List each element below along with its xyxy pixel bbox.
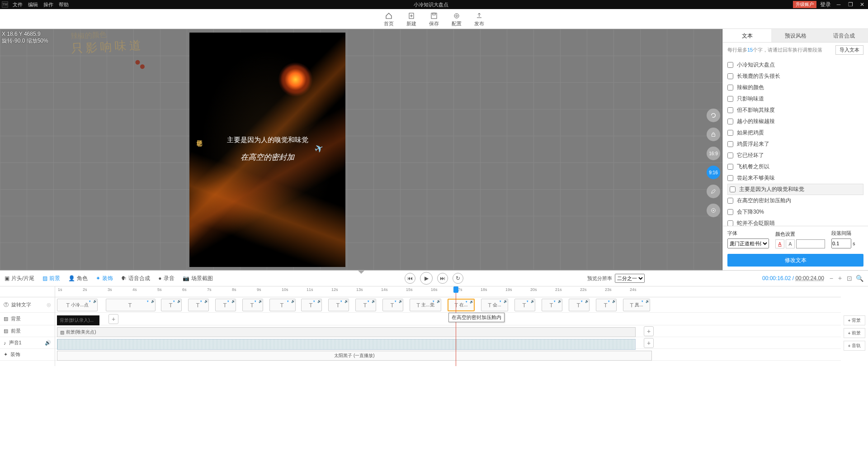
home-button[interactable]: 首页: [384, 12, 394, 27]
add-fg-track-button[interactable]: + 前景: [844, 328, 865, 338]
decor-clip[interactable]: 太阳黑子 (一直播放): [57, 351, 652, 361]
tab-text[interactable]: 文本: [723, 29, 771, 42]
prev-button[interactable]: ⏮: [405, 273, 415, 284]
text-list-item[interactable]: 只影响味道: [727, 93, 863, 105]
text-clip[interactable]: T▾🔊: [301, 299, 322, 311]
zoom-out-button[interactable]: −: [830, 275, 833, 282]
mute-toggle[interactable]: 🔊: [45, 340, 51, 346]
tab-tts[interactable]: 🗣 语音合成: [121, 275, 150, 282]
upgrade-button[interactable]: 升级账户: [793, 1, 816, 8]
modify-text-button[interactable]: 修改文本: [727, 254, 863, 267]
add-bg-track-button[interactable]: + 背景: [844, 315, 865, 325]
text-list-item[interactable]: 尝起来不够美味: [727, 172, 863, 184]
text-list-item[interactable]: 如果把鸡蛋: [727, 127, 863, 138]
menu-file[interactable]: 文件: [13, 1, 23, 8]
outline-color-button[interactable]: A: [786, 239, 795, 248]
publish-button[interactable]: 发布: [474, 12, 484, 27]
next-button[interactable]: ⏭: [437, 273, 448, 284]
text-clip[interactable]: T会...▾🔊: [481, 299, 508, 311]
time-total[interactable]: 00:00:24.00: [795, 275, 824, 281]
text-clip[interactable]: T▾🔊: [382, 299, 403, 311]
text-clip[interactable]: T▾🔊: [106, 299, 156, 311]
audio-track[interactable]: +: [55, 337, 841, 349]
text-clip[interactable]: T主...觉▾🔊: [410, 299, 441, 311]
text-list-item[interactable]: 鸡蛋浮起来了: [727, 138, 863, 150]
text-clip[interactable]: T在...▾🔊: [448, 299, 475, 311]
tab-head-tail[interactable]: ▣ 片头/片尾: [5, 275, 34, 282]
add-audio-track-button[interactable]: + 音轨: [844, 341, 865, 351]
item-checkbox[interactable]: [727, 175, 733, 181]
text-list-item[interactable]: 在高空的密封加压舱内: [727, 195, 863, 206]
item-checkbox[interactable]: [727, 141, 733, 147]
minimize-button[interactable]: ─: [835, 1, 843, 8]
resolution-select[interactable]: 二分之一: [615, 274, 645, 283]
text-clip[interactable]: T▾🔊: [542, 299, 562, 311]
login-button[interactable]: 登录: [820, 1, 831, 9]
text-color-button[interactable]: A: [775, 239, 784, 248]
text-list-item[interactable]: 它已经坏了: [727, 150, 863, 161]
tab-role[interactable]: 👤 角色: [68, 275, 88, 282]
text-clip[interactable]: T▾🔊: [242, 299, 263, 311]
tab-foreground[interactable]: ▨ 前景: [42, 275, 60, 282]
text-clip[interactable]: T小冷...点▾🔊: [57, 299, 98, 311]
bg-track[interactable]: 背景(默认录入)... +: [55, 313, 841, 325]
item-checkbox[interactable]: [727, 119, 733, 124]
item-checkbox[interactable]: [727, 96, 733, 102]
text-clip[interactable]: T▾🔊: [569, 299, 590, 311]
menu-edit[interactable]: 编辑: [28, 1, 38, 8]
item-checkbox[interactable]: [730, 186, 736, 192]
save-button[interactable]: 保存: [429, 12, 439, 27]
ratio-9-16-button[interactable]: 9:16: [707, 166, 720, 179]
text-list-item[interactable]: 但不影响其辣度: [727, 105, 863, 116]
gap-input[interactable]: [831, 238, 851, 248]
text-clip[interactable]: T真...▾🔊: [623, 299, 650, 311]
item-checkbox[interactable]: [727, 164, 733, 170]
new-button[interactable]: 新建: [406, 12, 416, 27]
item-checkbox[interactable]: [727, 152, 733, 158]
bg-clip[interactable]: 背景(默认录入)...: [57, 315, 99, 325]
item-checkbox[interactable]: [727, 85, 733, 91]
text-list-item[interactable]: 会下降30%: [727, 206, 863, 218]
fg-track[interactable]: ▨ 前景(唯美光点) +: [55, 325, 841, 337]
ratio-16-9-button[interactable]: 16:9: [707, 147, 720, 160]
text-clip[interactable]: T▾🔊: [596, 299, 617, 311]
canvas-preview[interactable]: 它已经坏了 主要是因为人的嗅觉和味觉 在高空的密封加 ✈: [189, 33, 345, 267]
timeline-ruler[interactable]: 1s2s3s4s5s6s7s8s9s10s11s12s13s14s15s16s1…: [55, 286, 841, 297]
tab-record[interactable]: ● 录音: [158, 275, 174, 282]
item-checkbox[interactable]: [727, 130, 733, 136]
config-button[interactable]: 配置: [452, 12, 462, 27]
item-checkbox[interactable]: [727, 220, 733, 226]
rotate-button[interactable]: [707, 109, 720, 122]
decor-track[interactable]: 太阳黑子 (一直播放): [55, 349, 841, 361]
maximize-button[interactable]: ❐: [846, 1, 854, 8]
item-checkbox[interactable]: [727, 107, 733, 113]
item-checkbox[interactable]: [727, 198, 733, 204]
text-list-item[interactable]: 飞机餐之所以: [727, 161, 863, 172]
fg-clip[interactable]: ▨ 前景(唯美光点): [57, 327, 636, 337]
text-track[interactable]: 在高空的密封加压舱内 T小冷...点▾🔊T▾🔊T▾🔊T▾🔊T▾🔊T▾🔊T▾🔊T▾…: [55, 297, 841, 313]
audio-clip[interactable]: [57, 339, 636, 350]
item-checkbox[interactable]: [727, 209, 733, 215]
text-clip[interactable]: T▾🔊: [514, 299, 535, 311]
tab-tts[interactable]: 语音合成: [820, 29, 868, 42]
loop-button[interactable]: ↻: [453, 273, 463, 284]
menu-help[interactable]: 帮助: [59, 1, 69, 8]
zoom-search-button[interactable]: 🔍: [856, 275, 863, 282]
tab-preset[interactable]: 预设风格: [771, 29, 820, 42]
lock-button[interactable]: [707, 128, 720, 141]
text-list-item[interactable]: 蛇并不会眨眼睛: [727, 218, 863, 226]
text-clip[interactable]: T▾🔊: [269, 299, 296, 311]
text-clip[interactable]: T▾🔊: [355, 299, 376, 311]
text-list-item[interactable]: 小冷知识大盘点: [727, 59, 863, 71]
edit-button[interactable]: [707, 185, 720, 198]
play-button[interactable]: ▶: [420, 272, 433, 285]
font-select[interactable]: 庞门正道粗书体: [727, 238, 769, 248]
item-checkbox[interactable]: [727, 73, 733, 79]
text-list-item[interactable]: 越小的辣椒越辣: [727, 116, 863, 127]
tracks-area[interactable]: 1s2s3s4s5s6s7s8s9s10s11s12s13s14s15s16s1…: [55, 286, 841, 366]
add-audio-clip-button[interactable]: +: [644, 338, 654, 348]
text-clip[interactable]: T▾🔊: [215, 299, 236, 311]
text-list-item[interactable]: 辣椒的颜色: [727, 82, 863, 93]
target-button[interactable]: [707, 204, 720, 217]
zoom-in-button[interactable]: ＋: [837, 274, 843, 282]
